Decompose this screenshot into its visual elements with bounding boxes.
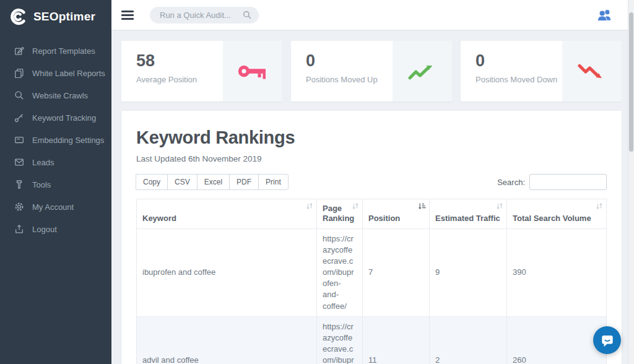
sidebar-item-label: Leads xyxy=(32,158,54,167)
table-search: Search: xyxy=(497,174,607,190)
sidebar-item-embedding-settings[interactable]: Embedding Settings xyxy=(0,129,111,151)
export-buttons: Copy CSV Excel PDF Print xyxy=(136,174,289,190)
gear-icon xyxy=(14,202,24,212)
trend-up-icon xyxy=(408,63,436,80)
seoptimer-logo-icon xyxy=(9,7,28,26)
last-updated-text: Last Updated 6th November 2019 xyxy=(136,154,607,163)
cell-page-ranking: https://crazycoffeecrave.com/ibuprofen-a… xyxy=(317,316,363,364)
key-solid-icon xyxy=(238,61,267,81)
search-label: Search: xyxy=(497,178,525,187)
cell-total-search-volume: 260 xyxy=(507,316,607,364)
cell-position: 11 xyxy=(363,316,430,364)
sidebar-item-report-templates[interactable]: Report Templates xyxy=(0,40,111,62)
envelope-icon xyxy=(14,157,24,167)
table-row[interactable]: advil and coffee https://crazycoffeecrav… xyxy=(137,316,607,364)
users-icon[interactable] xyxy=(596,8,613,22)
trend-down-icon xyxy=(578,63,606,80)
sidebar-item-white-label-reports[interactable]: White Label Reports xyxy=(0,62,111,84)
column-header-label: Page Ranking xyxy=(323,204,354,223)
cell-page-ranking: https://crazycoffeecrave.com/ibuprofen-a… xyxy=(317,228,363,316)
stat-cards: 58 Average Position 0 Positions Moved Up xyxy=(121,41,622,102)
sidebar-item-label: Logout xyxy=(32,225,57,234)
hamburger-menu-icon[interactable] xyxy=(121,9,134,22)
sidebar-item-logout[interactable]: Logout xyxy=(0,218,111,240)
key-outline-icon xyxy=(14,113,24,123)
logout-icon xyxy=(14,224,24,234)
export-button[interactable]: Excel xyxy=(197,174,230,190)
table-row[interactable]: ibuprofen and coffee https://crazycoffee… xyxy=(137,228,607,316)
sidebar-item-my-account[interactable]: My Account xyxy=(0,196,111,218)
sidebar-nav: Report Templates White Label Reports Web… xyxy=(0,40,111,240)
column-header-label: Estimated Traffic xyxy=(435,214,500,223)
chat-launcher-button[interactable] xyxy=(593,326,621,354)
sidebar-item-label: Report Templates xyxy=(32,46,95,56)
embed-icon xyxy=(14,135,24,145)
seoptimer-logo[interactable]: SEOptimer xyxy=(0,0,111,33)
column-header-label: Position xyxy=(368,214,400,223)
sidebar-item-keyword-tracking[interactable]: Keyword Tracking xyxy=(0,106,111,129)
sidebar-item-website-crawls[interactable]: Website Crawls xyxy=(0,84,111,106)
column-estimated-traffic[interactable]: Estimated Traffic xyxy=(430,199,507,229)
edit-icon xyxy=(14,46,24,56)
sidebar: SEOptimer Report Templates White Label R… xyxy=(0,0,111,364)
sidebar-item-label: Website Crawls xyxy=(32,91,88,100)
column-header-label: Keyword xyxy=(142,214,176,223)
sidebar-item-label: White Label Reports xyxy=(32,69,105,78)
main-content: 58 Average Position 0 Positions Moved Up xyxy=(111,30,628,364)
sort-icon[interactable] xyxy=(596,202,603,210)
sort-icon[interactable] xyxy=(306,202,313,210)
copy-icon xyxy=(14,68,24,78)
sort-icon[interactable] xyxy=(352,202,359,210)
vertical-scrollbar[interactable] xyxy=(628,0,634,364)
sidebar-item-label: Embedding Settings xyxy=(32,136,104,145)
export-button[interactable]: PDF xyxy=(229,174,259,190)
sidebar-item-label: Keyword Tracking xyxy=(32,113,96,123)
sidebar-item-leads[interactable]: Leads xyxy=(0,151,111,173)
cell-keyword: advil and coffee xyxy=(137,316,317,364)
keyword-rankings-table: Keyword Page Ranking Position xyxy=(136,199,607,364)
cell-estimated-traffic: 9 xyxy=(430,228,507,316)
sidebar-item-label: Tools xyxy=(32,180,51,189)
export-button[interactable]: Copy xyxy=(136,174,168,190)
chat-bubble-icon xyxy=(599,332,615,349)
topbar xyxy=(111,0,628,30)
column-position[interactable]: Position xyxy=(363,199,430,229)
export-button[interactable]: CSV xyxy=(167,174,198,190)
search-icon xyxy=(14,90,24,100)
stat-positions-moved-up: 0 Positions Moved Up xyxy=(291,41,452,102)
quick-audit-input[interactable] xyxy=(160,11,239,20)
table-toolbar: Copy CSV Excel PDF Print Search: xyxy=(136,174,607,190)
column-keyword[interactable]: Keyword xyxy=(137,199,317,229)
search-icon xyxy=(243,11,251,19)
column-total-search-volume[interactable]: Total Search Volume xyxy=(507,199,607,229)
cell-estimated-traffic: 2 xyxy=(430,316,507,364)
table-search-input[interactable] xyxy=(529,174,607,190)
logo-text: SEOptimer xyxy=(33,10,95,24)
cell-keyword: ibuprofen and coffee xyxy=(137,228,317,316)
quick-audit-search[interactable] xyxy=(150,7,259,24)
scrollbar-thumb[interactable] xyxy=(629,12,633,152)
cell-position: 7 xyxy=(363,228,430,316)
sidebar-item-tools[interactable]: Tools xyxy=(0,173,111,196)
keyword-rankings-panel: Keyword Rankings Last Updated 6th Novemb… xyxy=(121,111,622,364)
column-header-label: Total Search Volume xyxy=(513,214,591,223)
sort-desc-icon[interactable] xyxy=(418,202,426,210)
column-page-ranking[interactable]: Page Ranking xyxy=(317,199,363,229)
sidebar-item-label: My Account xyxy=(32,202,74,212)
cell-total-search-volume: 390 xyxy=(507,228,607,316)
sort-icon[interactable] xyxy=(496,202,503,210)
stat-average-position: 58 Average Position xyxy=(121,41,282,102)
export-button[interactable]: Print xyxy=(258,174,289,190)
stat-positions-moved-down: 0 Positions Moved Down xyxy=(461,41,622,102)
page-title: Keyword Rankings xyxy=(136,128,607,148)
hammer-icon xyxy=(14,180,24,189)
